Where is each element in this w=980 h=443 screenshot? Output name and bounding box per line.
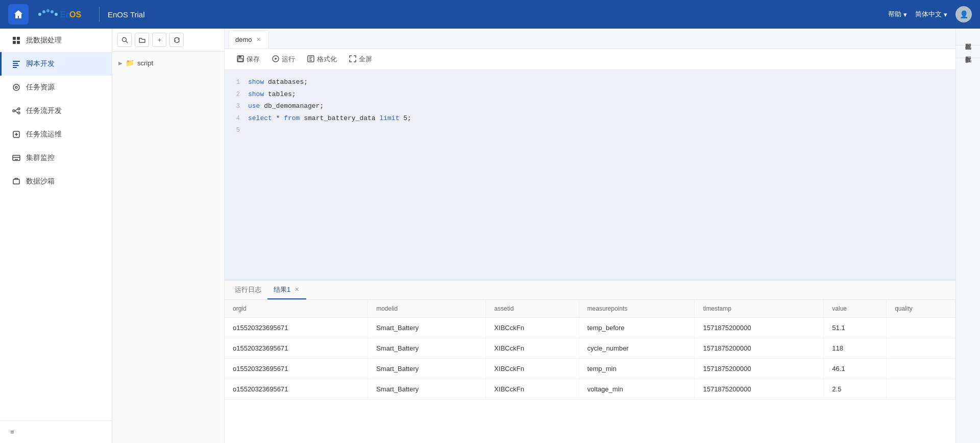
tab-label-demo: demo [235, 36, 252, 43]
add-file-button[interactable]: ＋ [152, 33, 166, 47]
folder-icon: 📁 [126, 59, 134, 67]
new-folder-button[interactable] [135, 33, 149, 47]
run-label: 运行 [282, 55, 295, 64]
home-button[interactable] [8, 4, 29, 25]
file-tree: ▶ 📁 script [112, 52, 224, 443]
svg-marker-28 [275, 57, 278, 60]
task-flow-ops-icon [12, 130, 21, 139]
svg-point-15 [13, 84, 19, 90]
cell-orgid: o15520323695671 [225, 338, 368, 359]
cell-value: 46.1 [824, 359, 887, 379]
table-header-row: orgid modelid assetid measurepoints time… [225, 300, 955, 318]
sidebar-item-task-flow-ops[interactable]: 任务流运维 [0, 123, 112, 146]
lang-button[interactable]: 简体中文 ▾ [915, 10, 947, 19]
results-tab-run-log[interactable]: 运行日志 [229, 281, 267, 299]
code-line-1: 1 show databases; [233, 76, 947, 88]
svg-point-0 [38, 13, 41, 16]
file-toolbar: ＋ [112, 29, 224, 52]
sidebar-collapse-button[interactable]: ≡ [0, 421, 112, 443]
col-orgid: orgid [225, 300, 368, 318]
cell-quality [887, 359, 955, 379]
sidebar-item-task-flow-dev[interactable]: 任务流开发 [0, 99, 112, 123]
svg-rect-8 [17, 37, 20, 40]
cell-orgid: o15520323695671 [225, 318, 368, 338]
cell-modelid: Smart_Battery [368, 318, 486, 338]
svg-rect-25 [238, 56, 241, 58]
sidebar-label-task-flow-ops: 任务流运维 [26, 130, 62, 139]
fullscreen-button[interactable]: 全屏 [343, 52, 378, 66]
cell-assetid: XIBCckFn [486, 318, 579, 338]
batch-icon [12, 36, 21, 45]
run-button[interactable]: 运行 [266, 52, 301, 66]
editor-tab-demo[interactable]: demo ✕ [229, 30, 269, 49]
results-area: 运行日志 结果1 ✕ orgid modelid assetid measure… [225, 279, 955, 443]
sidebar-nav: 批数据处理 脚本开发 任务资源 任务流开发 [0, 29, 112, 421]
cell-value: 118 [824, 338, 887, 359]
col-assetid: assetid [486, 300, 579, 318]
run-icon [272, 55, 279, 64]
task-flow-dev-icon [12, 106, 21, 115]
cell-quality [887, 379, 955, 400]
fullscreen-label: 全屏 [359, 55, 372, 64]
results-table-container: orgid modelid assetid measurepoints time… [225, 300, 955, 443]
svg-rect-9 [13, 41, 16, 44]
svg-rect-13 [13, 65, 19, 66]
main-container: 批数据处理 脚本开发 任务资源 任务流开发 [0, 29, 980, 443]
fullscreen-icon [349, 55, 356, 64]
header-divider [99, 7, 100, 21]
sidebar-item-data-sandbox[interactable]: 数据沙箱 [0, 170, 112, 193]
col-measurepoints: measurepoints [579, 300, 695, 318]
folder-label: script [137, 59, 153, 67]
svg-rect-26 [238, 59, 243, 61]
search-button[interactable] [117, 33, 132, 47]
sidebar-label-task-resource: 任务资源 [26, 83, 55, 92]
right-panel-param-config[interactable]: 参数配置 [956, 45, 980, 58]
file-tree-item-script[interactable]: ▶ 📁 script [112, 56, 224, 70]
col-timestamp: timestamp [695, 300, 824, 318]
sidebar-label-data-sandbox: 数据沙箱 [26, 177, 55, 186]
sidebar-item-cluster-monitor[interactable]: 集群监控 [0, 146, 112, 170]
sidebar-item-task-resource[interactable]: 任务资源 [0, 76, 112, 99]
svg-rect-7 [13, 37, 16, 40]
svg-rect-22 [13, 179, 19, 184]
tab-close-demo[interactable]: ✕ [255, 36, 262, 43]
help-button[interactable]: 帮助 ▾ [888, 10, 907, 19]
code-line-5: 5 [233, 124, 947, 136]
run-log-tab-label: 运行日志 [235, 285, 261, 294]
app-header: En OS EnOS Trial 帮助 ▾ 简体中文 ▾ 👤 [0, 0, 980, 29]
table-row: o15520323695671Smart_BatteryXIBCckFncycl… [225, 338, 955, 359]
editor-tabs: demo ✕ [225, 29, 955, 49]
svg-point-3 [51, 10, 54, 13]
cell-timestamp: 1571875200000 [695, 379, 824, 400]
right-panel-basic-config[interactable]: 基础配置 [956, 33, 980, 45]
cell-timestamp: 1571875200000 [695, 338, 824, 359]
code-editor[interactable]: 1 show databases; 2 show tables; 3 use d… [225, 70, 955, 279]
refresh-button[interactable] [169, 33, 184, 47]
code-line-3: 3 use db_demomanager; [233, 100, 947, 112]
results-tab-result1[interactable]: 结果1 ✕ [267, 281, 306, 299]
svg-rect-10 [17, 41, 20, 44]
cell-measurepoints: voltage_min [579, 379, 695, 400]
cell-modelid: Smart_Battery [368, 359, 486, 379]
svg-point-17 [13, 110, 15, 112]
cell-value: 2.5 [824, 379, 887, 400]
save-button[interactable]: 保存 [231, 52, 266, 66]
sidebar-item-script[interactable]: 脚本开发 [0, 52, 112, 76]
col-modelid: modelid [368, 300, 486, 318]
user-avatar[interactable]: 👤 [955, 6, 972, 22]
format-icon [307, 55, 314, 64]
result1-tab-close[interactable]: ✕ [293, 286, 300, 293]
cell-assetid: XIBCckFn [486, 338, 579, 359]
cell-assetid: XIBCckFn [486, 379, 579, 400]
svg-point-16 [15, 86, 17, 88]
format-button[interactable]: 格式化 [301, 52, 343, 66]
svg-point-19 [18, 112, 20, 114]
sidebar-item-batch[interactable]: 批数据处理 [0, 29, 112, 52]
header-right: 帮助 ▾ 简体中文 ▾ 👤 [888, 6, 972, 22]
sidebar-label-batch: 批数据处理 [26, 36, 62, 45]
cluster-monitor-icon [12, 153, 21, 162]
col-value: value [824, 300, 887, 318]
save-icon [237, 55, 244, 64]
col-quality: quality [887, 300, 955, 318]
cell-value: 51.1 [824, 318, 887, 338]
